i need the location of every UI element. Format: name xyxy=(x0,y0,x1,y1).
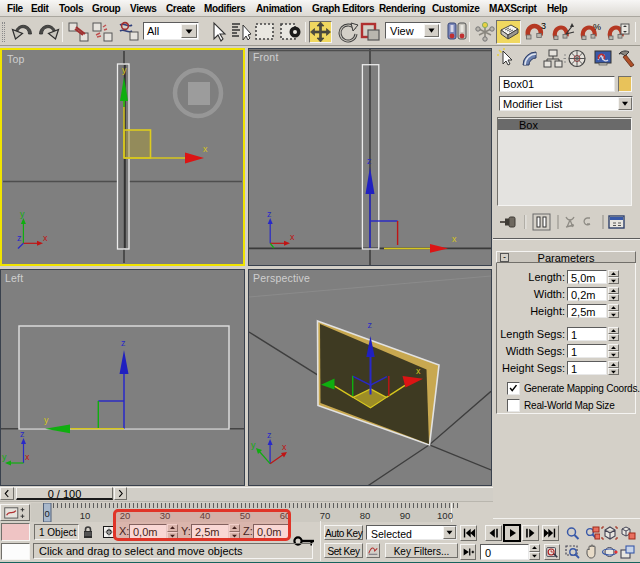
svg-text:z: z xyxy=(267,209,272,219)
svg-text:y: y xyxy=(2,452,7,462)
svg-text:z: z xyxy=(367,156,372,166)
svg-text:z: z xyxy=(20,429,25,439)
svg-text:y: y xyxy=(251,440,256,450)
svg-text:x: x xyxy=(290,232,295,242)
svg-text:y: y xyxy=(20,209,25,219)
svg-text:z: z xyxy=(121,338,126,348)
svg-text:x: x xyxy=(452,234,457,244)
svg-text:y: y xyxy=(44,415,49,425)
svg-text:z: z xyxy=(267,430,272,440)
svg-text:x: x xyxy=(43,233,48,243)
svg-text:3: 3 xyxy=(541,21,546,31)
svg-text:z: z xyxy=(368,320,373,330)
svg-text:90: 90 xyxy=(400,510,411,521)
svg-text:80: 80 xyxy=(360,510,371,521)
svg-text:x: x xyxy=(416,366,421,376)
svg-text:10: 10 xyxy=(80,510,91,521)
svg-text:100: 100 xyxy=(437,510,453,521)
svg-text:y: y xyxy=(122,65,127,75)
svg-text:x: x xyxy=(203,144,208,154)
svg-text:z: z xyxy=(17,233,22,243)
svg-text:x: x xyxy=(25,452,30,462)
svg-text:0: 0 xyxy=(45,508,50,519)
svg-text:%: % xyxy=(593,22,601,32)
svg-text:x: x xyxy=(282,442,287,452)
svg-text:70: 70 xyxy=(320,510,331,521)
